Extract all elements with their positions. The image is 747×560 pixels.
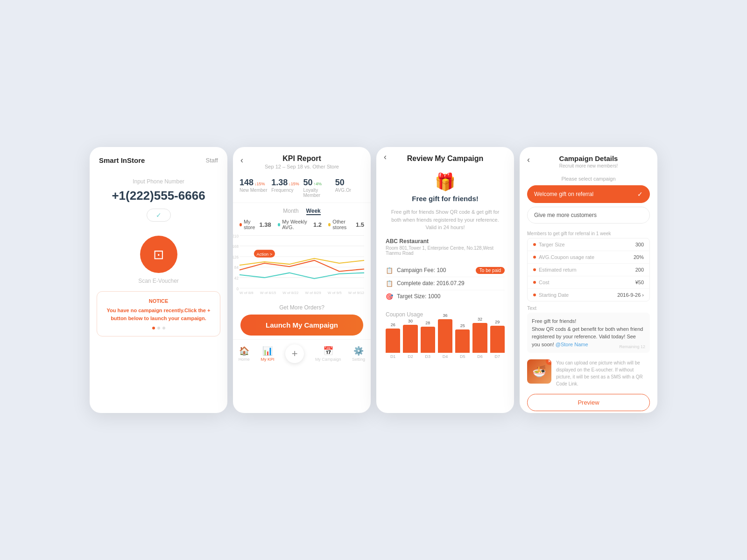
kpi-key-cost: Cost	[533, 280, 550, 285]
select-label: Please select campaign	[527, 176, 650, 182]
legend-val-2: 1.2	[313, 221, 322, 228]
complete-date-row: 📋 Complete date: 2016.07.29	[386, 277, 505, 290]
x-label-1: W of 8/8	[240, 291, 254, 295]
launch-campaign-button[interactable]: Launch My Campaign	[240, 315, 363, 336]
target-icon: 🎯	[386, 293, 393, 300]
remove-image-button[interactable]: ✕	[546, 359, 551, 365]
screen-smart-instore: Smart InStore Staff Input Phone Number +…	[90, 147, 227, 413]
screen2-header: ‹ KPI Report Sep 12 – Sep 18 vs. Other S…	[233, 147, 371, 173]
kpi-stat-avg: 50 AVG.Or	[335, 178, 364, 198]
bar-lbl-1: D1	[390, 354, 396, 359]
svg-text:126: 126	[233, 255, 239, 259]
screen-review-campaign: ‹ Review My Campaign 🎁 Free gift for fri…	[376, 147, 514, 413]
home-icon: 🏠	[239, 346, 249, 356]
bar-lbl-4: D4	[443, 354, 448, 359]
campaign-icon: 📅	[323, 346, 333, 356]
screen3-back-button[interactable]: ‹	[384, 152, 387, 162]
bar-lbl-3: D3	[425, 354, 430, 359]
restaurant-addr: Room 801,Tower 1, Enterprise Centre, No.…	[386, 245, 505, 256]
camp-option-referral[interactable]: Welcome gift on referral ✓	[527, 185, 650, 203]
screen-campaign-details: ‹ Campaign Details Recruit more new memb…	[520, 147, 657, 413]
remaining: Remaining 12	[619, 344, 645, 350]
kpi-key-label-2: AVG.Coupon usage rate	[539, 254, 594, 260]
to-paid-badge: To be paid	[476, 267, 505, 274]
back-button[interactable]: ‹	[240, 155, 243, 165]
bar-val-6: 32	[478, 317, 482, 322]
scan-label: Scan E-Voucher	[138, 278, 179, 284]
kpi-lbl-1: New Member	[240, 188, 268, 193]
kpi-key-avg: AVG.Coupon usage rate	[533, 254, 594, 260]
bar-d7: 29 D7	[490, 320, 505, 359]
bar-4	[438, 319, 452, 353]
nav-home-label: Home	[239, 357, 250, 362]
kpi-stat-loyalty: 50 ↑4% Loyalty Member	[303, 178, 332, 198]
legend-label-2: My Weekly AVG.	[282, 219, 311, 230]
bar-3	[421, 327, 435, 353]
screen-kpi-report: ‹ KPI Report Sep 12 – Sep 18 vs. Other S…	[233, 147, 371, 413]
bar-val-2: 30	[408, 319, 413, 323]
svg-text:42: 42	[234, 276, 239, 280]
kpi-row-cost: Cost ¥50	[528, 276, 649, 289]
phone-input-area: Input Phone Number +1(222)555-6666 ✓	[90, 169, 227, 226]
bar-lbl-2: D2	[408, 354, 413, 359]
nav-campaign-label: My Campaign	[315, 357, 341, 362]
image-desc: You can upload one picture which will be…	[556, 359, 650, 387]
screen1-staff: Staff	[205, 157, 218, 164]
kpi-stat-frequency: 1.38 ↓15% Frequency	[271, 178, 300, 198]
screen3-title: Review My Campaign	[386, 154, 505, 163]
kpi-chg-3: ↑4%	[314, 182, 322, 186]
campaign-fee-row: 📋 Campaign Fee: 100 To be paid	[386, 264, 505, 277]
kpi-dot-2	[533, 256, 536, 259]
screen1-header: Smart InStore Staff	[90, 147, 227, 169]
screen4-title: Campaign Details	[529, 154, 648, 162]
chart-x-labels: W of 8/8 W of 8/15 W of 8/22 W of 8/29 W…	[240, 290, 364, 296]
dot-2	[157, 327, 160, 329]
screen4-subtitle: Recruit more new members!	[529, 163, 648, 168]
chart-legend: My store 1.38 My Weekly AVG. 1.2 Other s…	[240, 219, 364, 230]
kpi-subtitle: Sep 12 – Sep 18 vs. Other Store	[242, 164, 361, 169]
bar-d3: 28 D3	[421, 321, 435, 359]
food-icon: 🍜	[532, 365, 546, 378]
check-mark: ✓	[637, 190, 643, 198]
phone-number: +1(222)555-6666	[99, 189, 218, 203]
get-more-label: Get More Orders?	[240, 304, 363, 311]
svg-text:Action >: Action >	[257, 252, 273, 257]
screen4-back-button[interactable]: ‹	[527, 155, 530, 165]
fee-icon: 📋	[386, 267, 393, 274]
tab-month[interactable]: Month	[283, 208, 298, 215]
check-button[interactable]: ✓	[147, 209, 171, 222]
input-label: Input Phone Number	[99, 178, 218, 185]
notice-plus: +	[207, 308, 210, 313]
bar-chart: 26 D1 30 D2 28 D3 36 D4	[386, 322, 505, 359]
kpi-key-date: Starting Date	[533, 292, 569, 298]
nav-kpi-label: My KPI	[261, 357, 275, 362]
target-size-row: 🎯 Target Size: 1000	[386, 290, 505, 303]
option-referral-label: Welcome gift on referral	[534, 191, 593, 197]
bar-d2: 30 D2	[403, 319, 417, 359]
legend-dot-3	[328, 223, 331, 226]
kpi-row-target: Targer Size 300	[528, 238, 649, 251]
nav-setting[interactable]: ⚙️ Setting	[352, 346, 365, 362]
tab-week[interactable]: Week	[306, 208, 321, 215]
kpi-val-3: 50	[303, 178, 313, 188]
preview-button[interactable]: Preview	[527, 394, 650, 411]
scan-icon: ⊡	[153, 247, 164, 262]
nav-setting-label: Setting	[352, 357, 365, 362]
kpi-key-label-5: Starting Date	[539, 292, 569, 298]
nav-plus-button[interactable]: +	[285, 344, 304, 363]
gift-heading: Free gift for friends!	[376, 195, 514, 203]
bar-2	[403, 325, 417, 353]
svg-text:0: 0	[236, 287, 239, 291]
camp-option-customers[interactable]: Give me more customers	[527, 207, 650, 224]
nav-campaign[interactable]: 📅 My Campaign	[315, 346, 341, 362]
kpi-val-cost: ¥50	[635, 280, 644, 285]
scan-button[interactable]: ⊡	[140, 236, 177, 273]
nav-kpi[interactable]: 📊 My KPI	[261, 346, 275, 362]
chart-area: Month Week My store 1.38 My Weekly AVG. …	[233, 203, 371, 301]
bar-d6: 32 D6	[472, 317, 487, 359]
kpi-val-2: 1.38	[271, 178, 288, 188]
nav-home[interactable]: 🏠 Home	[239, 346, 250, 362]
option-customers-label: Give me more customers	[534, 212, 597, 218]
kpi-stat-new-member: 148 ↓15% New Member	[240, 178, 268, 198]
legend-val-3: 1.5	[356, 221, 364, 228]
